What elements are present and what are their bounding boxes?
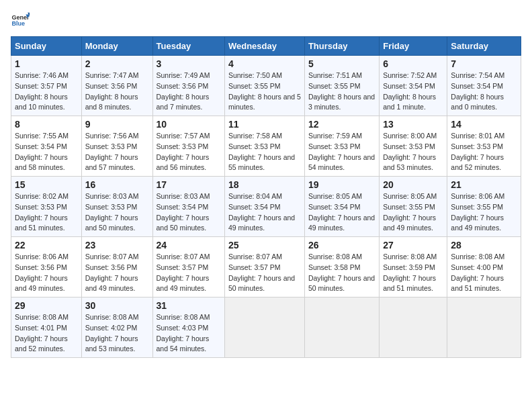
- calendar-cell: 12 Sunrise: 7:59 AMSunset: 3:53 PMDaylig…: [304, 116, 379, 177]
- day-number: 18: [228, 179, 301, 190]
- day-info: Sunrise: 8:00 AMSunset: 3:53 PMDaylight:…: [383, 132, 437, 171]
- logo-icon: General Blue: [11, 11, 30, 30]
- day-number: 24: [157, 240, 221, 250]
- day-info: Sunrise: 7:55 AMSunset: 3:54 PMDaylight:…: [15, 132, 69, 171]
- day-number: 28: [451, 240, 517, 250]
- day-number: 13: [383, 119, 443, 130]
- day-number: 8: [15, 119, 78, 130]
- day-number: 26: [308, 240, 375, 250]
- calendar-cell: 29 Sunrise: 8:08 AMSunset: 4:01 PMDaylig…: [11, 298, 82, 358]
- calendar-cell: 28 Sunrise: 8:08 AMSunset: 4:00 PMDaylig…: [447, 237, 521, 298]
- day-info: Sunrise: 8:08 AMSunset: 3:59 PMDaylight:…: [383, 253, 437, 292]
- day-info: Sunrise: 8:02 AMSunset: 3:53 PMDaylight:…: [15, 192, 69, 232]
- calendar-cell: 9 Sunrise: 7:56 AMSunset: 3:53 PMDayligh…: [81, 116, 152, 177]
- day-number: 5: [308, 58, 375, 69]
- calendar-cell: 14 Sunrise: 8:01 AMSunset: 3:53 PMDaylig…: [447, 116, 521, 177]
- day-info: Sunrise: 8:08 AMSunset: 4:01 PMDaylight:…: [15, 313, 69, 353]
- week-row-1: 1 Sunrise: 7:46 AMSunset: 3:57 PMDayligh…: [11, 56, 521, 116]
- week-row-3: 15 Sunrise: 8:02 AMSunset: 3:53 PMDaylig…: [11, 177, 521, 237]
- day-number: 31: [157, 300, 221, 311]
- calendar-cell: 27 Sunrise: 8:08 AMSunset: 3:59 PMDaylig…: [380, 237, 447, 298]
- header-sunday: Sunday: [11, 37, 82, 56]
- calendar-cell: 6 Sunrise: 7:52 AMSunset: 3:54 PMDayligh…: [380, 56, 447, 116]
- day-info: Sunrise: 8:06 AMSunset: 3:55 PMDaylight:…: [451, 192, 504, 232]
- day-info: Sunrise: 8:03 AMSunset: 3:54 PMDaylight:…: [157, 192, 210, 232]
- calendar-cell: 23 Sunrise: 8:07 AMSunset: 3:56 PMDaylig…: [81, 237, 152, 298]
- calendar-cell: 24 Sunrise: 8:07 AMSunset: 3:57 PMDaylig…: [152, 237, 224, 298]
- day-info: Sunrise: 8:05 AMSunset: 3:55 PMDaylight:…: [383, 192, 437, 232]
- day-info: Sunrise: 7:57 AMSunset: 3:53 PMDaylight:…: [157, 132, 210, 171]
- day-info: Sunrise: 7:51 AMSunset: 3:55 PMDaylight:…: [308, 71, 375, 111]
- calendar-cell: 4 Sunrise: 7:50 AMSunset: 3:55 PMDayligh…: [224, 56, 304, 116]
- header-friday: Friday: [380, 37, 447, 56]
- week-row-5: 29 Sunrise: 8:08 AMSunset: 4:01 PMDaylig…: [11, 298, 521, 358]
- calendar-cell: 8 Sunrise: 7:55 AMSunset: 3:54 PMDayligh…: [11, 116, 82, 177]
- day-number: 27: [383, 240, 443, 250]
- day-number: 22: [15, 240, 78, 250]
- day-number: 17: [157, 179, 221, 190]
- header-saturday: Saturday: [447, 37, 521, 56]
- calendar-cell: 16 Sunrise: 8:03 AMSunset: 3:53 PMDaylig…: [81, 177, 152, 237]
- day-info: Sunrise: 8:06 AMSunset: 3:56 PMDaylight:…: [15, 253, 69, 292]
- calendar-header-row: SundayMondayTuesdayWednesdayThursdayFrid…: [11, 37, 521, 56]
- calendar-cell: 11 Sunrise: 7:58 AMSunset: 3:53 PMDaylig…: [224, 116, 304, 177]
- week-row-2: 8 Sunrise: 7:55 AMSunset: 3:54 PMDayligh…: [11, 116, 521, 177]
- day-number: 16: [85, 179, 149, 190]
- calendar-cell: 17 Sunrise: 8:03 AMSunset: 3:54 PMDaylig…: [152, 177, 224, 237]
- page-header: General Blue: [11, 11, 521, 30]
- day-number: 19: [308, 179, 375, 190]
- calendar-cell: 25 Sunrise: 8:07 AMSunset: 3:57 PMDaylig…: [224, 237, 304, 298]
- day-number: 10: [157, 119, 221, 130]
- calendar-cell: 22 Sunrise: 8:06 AMSunset: 3:56 PMDaylig…: [11, 237, 82, 298]
- day-info: Sunrise: 8:01 AMSunset: 3:53 PMDaylight:…: [451, 132, 504, 171]
- day-info: Sunrise: 8:04 AMSunset: 3:54 PMDaylight:…: [228, 192, 295, 232]
- day-info: Sunrise: 7:56 AMSunset: 3:53 PMDaylight:…: [85, 132, 139, 171]
- calendar-cell: 31 Sunrise: 8:08 AMSunset: 4:03 PMDaylig…: [152, 298, 224, 358]
- calendar-cell: 21 Sunrise: 8:06 AMSunset: 3:55 PMDaylig…: [447, 177, 521, 237]
- calendar-cell: 7 Sunrise: 7:54 AMSunset: 3:54 PMDayligh…: [447, 56, 521, 116]
- day-info: Sunrise: 8:08 AMSunset: 4:02 PMDaylight:…: [85, 313, 139, 353]
- day-number: 3: [157, 58, 221, 69]
- calendar-cell: [224, 298, 304, 358]
- calendar-cell: 26 Sunrise: 8:08 AMSunset: 3:58 PMDaylig…: [304, 237, 379, 298]
- calendar-cell: 3 Sunrise: 7:49 AMSunset: 3:56 PMDayligh…: [152, 56, 224, 116]
- week-row-4: 22 Sunrise: 8:06 AMSunset: 3:56 PMDaylig…: [11, 237, 521, 298]
- calendar-cell: 18 Sunrise: 8:04 AMSunset: 3:54 PMDaylig…: [224, 177, 304, 237]
- calendar-cell: 10 Sunrise: 7:57 AMSunset: 3:53 PMDaylig…: [152, 116, 224, 177]
- day-number: 7: [451, 58, 517, 69]
- calendar-cell: [447, 298, 521, 358]
- calendar-cell: 1 Sunrise: 7:46 AMSunset: 3:57 PMDayligh…: [11, 56, 82, 116]
- day-number: 6: [383, 58, 443, 69]
- day-number: 25: [228, 240, 301, 250]
- header-thursday: Thursday: [304, 37, 379, 56]
- day-info: Sunrise: 8:08 AMSunset: 4:00 PMDaylight:…: [451, 253, 504, 292]
- day-info: Sunrise: 8:03 AMSunset: 3:53 PMDaylight:…: [85, 192, 139, 232]
- logo: General Blue: [11, 11, 32, 30]
- day-number: 15: [15, 179, 78, 190]
- day-number: 23: [85, 240, 149, 250]
- day-info: Sunrise: 7:50 AMSunset: 3:55 PMDaylight:…: [228, 71, 301, 111]
- day-info: Sunrise: 7:59 AMSunset: 3:53 PMDaylight:…: [308, 132, 375, 171]
- day-info: Sunrise: 7:54 AMSunset: 3:54 PMDaylight:…: [451, 71, 504, 111]
- day-number: 2: [85, 58, 149, 69]
- day-info: Sunrise: 8:07 AMSunset: 3:57 PMDaylight:…: [157, 253, 210, 292]
- calendar-cell: 2 Sunrise: 7:47 AMSunset: 3:56 PMDayligh…: [81, 56, 152, 116]
- day-number: 14: [451, 119, 517, 130]
- day-info: Sunrise: 8:08 AMSunset: 3:58 PMDaylight:…: [308, 253, 375, 292]
- day-info: Sunrise: 8:07 AMSunset: 3:57 PMDaylight:…: [228, 253, 295, 292]
- calendar-cell: 13 Sunrise: 8:00 AMSunset: 3:53 PMDaylig…: [380, 116, 447, 177]
- calendar-cell: 20 Sunrise: 8:05 AMSunset: 3:55 PMDaylig…: [380, 177, 447, 237]
- calendar-cell: [304, 298, 379, 358]
- day-number: 30: [85, 300, 149, 311]
- day-number: 1: [15, 58, 78, 69]
- calendar-cell: 19 Sunrise: 8:05 AMSunset: 3:54 PMDaylig…: [304, 177, 379, 237]
- day-info: Sunrise: 7:49 AMSunset: 3:56 PMDaylight:…: [157, 71, 210, 111]
- day-number: 29: [15, 300, 78, 311]
- calendar-cell: 15 Sunrise: 8:02 AMSunset: 3:53 PMDaylig…: [11, 177, 82, 237]
- day-number: 9: [85, 119, 149, 130]
- calendar-cell: 30 Sunrise: 8:08 AMSunset: 4:02 PMDaylig…: [81, 298, 152, 358]
- header-monday: Monday: [81, 37, 152, 56]
- calendar-cell: 5 Sunrise: 7:51 AMSunset: 3:55 PMDayligh…: [304, 56, 379, 116]
- day-info: Sunrise: 7:47 AMSunset: 3:56 PMDaylight:…: [85, 71, 139, 111]
- day-number: 21: [451, 179, 517, 190]
